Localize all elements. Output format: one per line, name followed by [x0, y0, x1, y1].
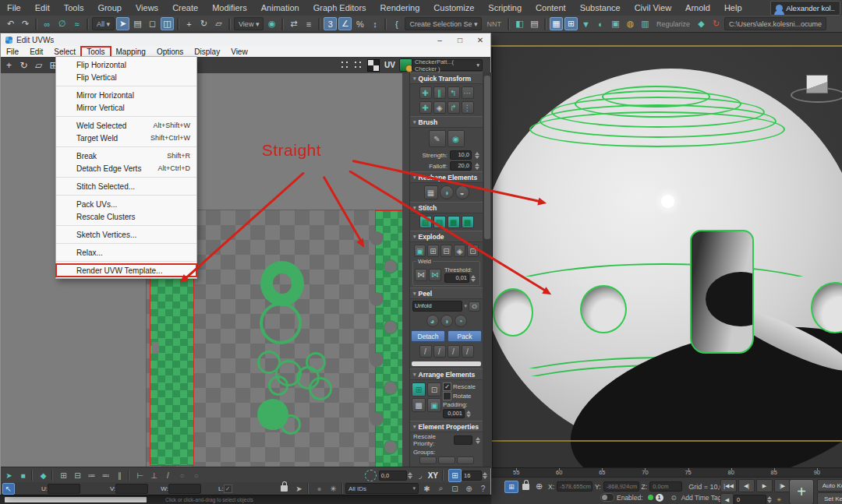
animation-toggle[interactable]: [600, 493, 614, 502]
toolbar-icon[interactable]: ◫: [161, 17, 174, 30]
tools-menu-item[interactable]: Relax...: [56, 246, 196, 262]
rescale-elements-icon[interactable]: ▣: [427, 398, 441, 412]
toolbar-icon[interactable]: ≡: [302, 17, 315, 30]
toolbar-icon[interactable]: C:\Users\alex.kolesni...ocume: [724, 17, 826, 30]
space-horizontal-icon[interactable]: ⋯: [462, 86, 474, 99]
perspective-viewport[interactable]: [491, 47, 842, 467]
current-frame-field[interactable]: 0: [734, 495, 766, 504]
toolbar-icon[interactable]: ◐: [594, 17, 607, 30]
main-menu-item[interactable]: Group: [90, 0, 129, 16]
toolbar-icon[interactable]: ◻: [146, 17, 159, 30]
set-key-button[interactable]: Set Key: [817, 492, 842, 504]
main-menu-item[interactable]: File: [0, 0, 28, 16]
toolbar-icon[interactable]: ◧: [513, 17, 526, 30]
pack-normalize-icon[interactable]: ⊞: [412, 382, 426, 397]
tools-menu-item[interactable]: Mirror Horizontal: [56, 89, 196, 101]
zoom-to-selection-icon[interactable]: ?: [477, 483, 489, 495]
toolbar-icon[interactable]: [384, 18, 387, 30]
point-to-point-seam-icon[interactable]: /: [433, 345, 446, 358]
grow-selection-icon[interactable]: ⊞: [58, 470, 69, 481]
threshold-spinner[interactable]: [470, 274, 476, 283]
select-element-icon[interactable]: ◆: [37, 470, 49, 481]
viewcube-home-icon[interactable]: [791, 87, 842, 103]
rotate-checkbox[interactable]: [443, 392, 451, 400]
toolbar-icon[interactable]: ▦: [550, 17, 563, 30]
scale-tool-icon[interactable]: ▱: [32, 58, 45, 72]
uvw-menu-edit[interactable]: Edit: [24, 47, 48, 57]
rollout-brush[interactable]: Brush: [410, 116, 483, 128]
padding-field[interactable]: 0,001: [443, 409, 465, 418]
tools-menu-item[interactable]: Sketch Vertices...: [56, 228, 196, 244]
main-menu-item[interactable]: Substance: [573, 0, 628, 16]
loop-mode-icon[interactable]: ○: [176, 470, 188, 481]
toolbar-icon[interactable]: [177, 18, 179, 30]
y-coordinate-field[interactable]: -868,924cm: [603, 481, 639, 492]
pan-hand-icon[interactable]: ✱: [421, 483, 433, 495]
toolbar-icon[interactable]: ▤: [131, 17, 144, 30]
paint-move-brush-icon[interactable]: ✎: [429, 130, 446, 147]
toolbar-icon[interactable]: ▤: [528, 17, 541, 30]
relax-brush-icon[interactable]: ◉: [448, 130, 465, 147]
tile-pattern-icon[interactable]: [353, 60, 363, 70]
rescale-checkbox[interactable]: ✓: [443, 382, 451, 391]
tools-menu-item[interactable]: Mirror Vertical: [56, 101, 196, 117]
lock-selection-icon[interactable]: [281, 485, 288, 492]
show-map-icon[interactable]: [367, 59, 380, 72]
timeline-ruler[interactable]: 5560657075808590: [491, 467, 842, 477]
toolbar-icon[interactable]: [508, 18, 510, 30]
uv-island-small-circle[interactable]: [309, 377, 332, 400]
toolbar-icon[interactable]: Regularize: [653, 17, 693, 30]
key-filters-icon[interactable]: ✳: [773, 494, 785, 504]
tools-menu-item[interactable]: Target Weld Shift+Ctrl+W: [56, 132, 196, 147]
select-edge-ring-icon[interactable]: ≕: [100, 470, 111, 481]
toolbar-icon[interactable]: Create Selection Se ▾: [405, 17, 482, 30]
pelt-map-icon[interactable]: ◔: [455, 315, 467, 327]
uvw-menu-file[interactable]: File: [1, 47, 24, 57]
x-coordinate-field[interactable]: -578,655cm: [557, 481, 593, 492]
rescale-priority-field[interactable]: [454, 435, 472, 445]
rotate-tool-icon[interactable]: ↻: [17, 58, 30, 72]
snowflake-freeze-icon[interactable]: ✳: [327, 483, 339, 495]
main-menu-item[interactable]: Customize: [426, 0, 481, 16]
lock-aspect-checkbox[interactable]: ✓: [224, 485, 232, 493]
space-vertical-icon[interactable]: ⋮: [462, 101, 474, 114]
uvw-menu-options[interactable]: Options: [151, 47, 189, 57]
rotation-angle-spinner[interactable]: [407, 471, 412, 480]
window-title-bar[interactable]: Edit UVWs – □ ✕: [1, 33, 490, 46]
toolbar-icon[interactable]: ◍: [624, 17, 637, 30]
toolbar-icon[interactable]: ↶: [4, 17, 17, 30]
move-tool-icon[interactable]: +: [2, 58, 16, 72]
main-menu-item[interactable]: Views: [129, 0, 165, 16]
align-horizontal-icon[interactable]: ✚: [419, 86, 432, 99]
toolbar-icon[interactable]: ⊞: [564, 17, 578, 30]
strength-spinner[interactable]: [474, 151, 479, 160]
explode-by-material-icon[interactable]: ⊡: [467, 245, 479, 257]
toolbar-icon[interactable]: [35, 18, 37, 30]
key-step-buttons[interactable]: ◀: [720, 493, 734, 504]
previous-frame-button[interactable]: ◀|: [738, 479, 755, 492]
toolbar-icon[interactable]: [87, 18, 89, 30]
falloff-field[interactable]: 20,0: [450, 161, 472, 171]
main-menu-item[interactable]: Graph Editors: [306, 0, 373, 16]
toolbar-icon[interactable]: +: [182, 17, 196, 30]
falloff-spinner[interactable]: [474, 162, 479, 171]
rollout-peel[interactable]: Peel: [410, 287, 483, 299]
align-to-edge-icon[interactable]: ✚: [419, 101, 432, 114]
tools-menu-item[interactable]: Render UVW Template...: [56, 264, 196, 277]
toolbar-icon[interactable]: ➤: [116, 17, 129, 30]
main-menu-item[interactable]: Modifiers: [205, 0, 254, 16]
toolbar-icon[interactable]: ∞: [41, 17, 54, 30]
grid-size-field[interactable]: 16: [462, 471, 482, 481]
stitch-custom-icon[interactable]: ▧: [419, 216, 432, 228]
go-to-start-button[interactable]: |◀◀: [720, 479, 737, 492]
tools-menu-item[interactable]: Rescale Clusters: [56, 210, 196, 226]
threshold-field[interactable]: 0,01: [444, 273, 469, 283]
main-menu-item[interactable]: Edit: [28, 0, 57, 16]
toolbar-icon[interactable]: [544, 18, 547, 30]
tools-menu-item[interactable]: Pack UVs...: [56, 198, 196, 210]
rollout-element-properties[interactable]: Element Properties: [410, 421, 483, 432]
add-time-tag[interactable]: Add Time Tag: [681, 494, 722, 502]
main-menu-item[interactable]: Civil View: [628, 0, 678, 16]
padding-spinner[interactable]: [465, 410, 471, 418]
zoom-icon[interactable]: ⌕: [435, 483, 447, 495]
